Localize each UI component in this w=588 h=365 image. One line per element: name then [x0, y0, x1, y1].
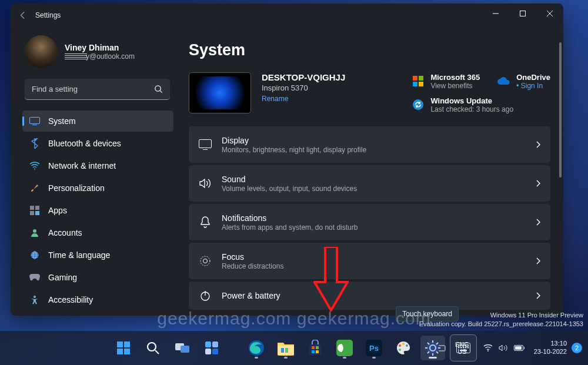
device-header: DESKTOP-VQIGHJJ Inspiron 5370 Rename Mic… [189, 72, 550, 113]
device-name: DESKTOP-VQIGHJJ [262, 72, 345, 82]
profile-block[interactable]: Viney Dhiman xxxxxxy@outlook.com [22, 35, 173, 68]
svg-point-62 [487, 350, 489, 351]
touch-keyboard-button[interactable] [450, 334, 477, 361]
svg-rect-59 [467, 347, 469, 349]
explorer-icon[interactable] [273, 336, 298, 360]
nav-label: Accessibility [48, 295, 93, 304]
profile-email: xxxxxxy@outlook.com [65, 52, 135, 61]
card-sub: Reduce distractions [222, 262, 527, 270]
card-notifications[interactable]: NotificationsAlerts from apps and system… [189, 204, 550, 240]
svg-rect-15 [419, 82, 423, 86]
svg-rect-51 [460, 344, 462, 346]
svg-point-18 [201, 256, 210, 266]
search-bar[interactable] [25, 79, 170, 100]
svg-point-45 [406, 344, 408, 347]
nav-item-time[interactable]: Time & language [22, 245, 173, 266]
nav-item-network[interactable]: Network & internet [22, 155, 173, 176]
edge-icon[interactable] [244, 336, 269, 360]
card-display[interactable]: DisplayMonitors, brightness, night light… [189, 126, 550, 163]
card-power[interactable]: Power & battery [189, 282, 550, 310]
svg-rect-60 [460, 350, 467, 351]
svg-rect-7 [35, 211, 39, 215]
svg-rect-21 [117, 341, 123, 347]
paint-icon[interactable] [391, 336, 416, 360]
rename-link[interactable]: Rename [262, 95, 345, 103]
nav-label: Personalization [48, 183, 105, 193]
nav-item-accessibility[interactable]: Accessibility [22, 289, 173, 310]
sound-icon [198, 176, 212, 190]
promo-label: Windows Update [430, 96, 513, 105]
nav-item-bluetooth[interactable]: Bluetooth & devices [22, 133, 173, 154]
svg-point-19 [203, 259, 208, 263]
svg-rect-54 [467, 344, 469, 346]
nav-label: Time & language [48, 250, 110, 260]
card-sound[interactable]: SoundVolume levels, output, input, sound… [189, 165, 550, 202]
search-button[interactable] [141, 336, 165, 360]
settings-taskbar-icon[interactable] [420, 336, 445, 360]
store-icon[interactable] [303, 336, 328, 360]
card-focus[interactable]: FocusReduce distractions [189, 243, 550, 279]
update-icon [412, 98, 425, 111]
scrollbar-thumb[interactable] [559, 42, 562, 178]
promo-sub: Last checked: 3 hours ago [430, 105, 513, 113]
card-title: Display [222, 136, 527, 145]
build-watermark: Windows 11 Pro Insider PreviewEvaluation… [419, 311, 583, 329]
page-title: System [189, 41, 550, 59]
person-icon [29, 227, 40, 238]
start-button[interactable] [111, 336, 136, 360]
svg-rect-35 [285, 348, 288, 353]
svg-point-44 [402, 343, 405, 345]
svg-rect-22 [124, 341, 130, 347]
svg-rect-28 [205, 341, 211, 347]
widgets-button[interactable] [199, 336, 224, 360]
svg-rect-52 [463, 344, 465, 346]
notification-count[interactable]: 2 [572, 343, 582, 353]
card-sub: Monitors, brightness, night light, displ… [222, 146, 527, 154]
promo-update[interactable]: Windows UpdateLast checked: 3 hours ago [412, 96, 550, 113]
svg-rect-13 [419, 76, 423, 81]
nav-list: System Bluetooth & devices Network & int… [22, 110, 173, 310]
chevron-right-icon [536, 292, 541, 299]
promo-onedrive[interactable]: OneDriveSign In [497, 72, 550, 90]
volume-tray-icon [499, 344, 508, 351]
settings-window: Settings Viney Dhiman xxxxxxy@outlook.co… [11, 4, 563, 316]
svg-point-43 [399, 344, 401, 347]
quick-settings[interactable] [479, 342, 529, 354]
promo-m365[interactable]: Microsoft 365View benefits [412, 72, 480, 90]
search-input[interactable] [32, 85, 154, 93]
task-view-button[interactable] [170, 336, 195, 360]
svg-rect-36 [312, 346, 315, 349]
onedrive-icon [497, 75, 510, 88]
svg-rect-58 [465, 347, 467, 349]
svg-rect-29 [212, 341, 218, 347]
camtasia-icon[interactable] [332, 336, 357, 360]
photoshop-icon[interactable]: Ps [362, 336, 386, 360]
svg-rect-65 [515, 346, 522, 350]
nav-item-personalization[interactable]: Personalization [22, 178, 173, 199]
svg-rect-34 [281, 348, 284, 353]
nav-item-apps[interactable]: Apps [22, 200, 173, 221]
svg-rect-55 [458, 347, 460, 349]
nav-item-system[interactable]: System [22, 110, 173, 132]
svg-rect-23 [117, 349, 123, 354]
promo-sub[interactable]: Sign In [516, 82, 550, 90]
chevron-right-icon [536, 257, 541, 264]
clock[interactable]: 13:1023-10-2022 [534, 340, 567, 356]
chevron-right-icon [536, 180, 541, 187]
nav-item-accounts[interactable]: Accounts [22, 222, 173, 243]
nav-item-gaming[interactable]: Gaming [22, 267, 173, 288]
svg-rect-14 [413, 82, 417, 86]
svg-point-1 [155, 86, 161, 91]
svg-point-8 [33, 229, 36, 233]
taskbar: Ps ENGUS 13:1023-10-2022 2 [0, 331, 588, 365]
m365-icon [412, 75, 425, 88]
search-icon [154, 85, 163, 93]
svg-point-16 [413, 99, 423, 110]
nav-label: System [48, 116, 76, 126]
svg-rect-4 [30, 206, 34, 210]
avatar [25, 35, 58, 68]
card-sub: Alerts from apps and system, do not dist… [222, 223, 527, 232]
back-button[interactable] [19, 11, 27, 19]
globe-icon [29, 250, 40, 260]
chevron-right-icon [536, 141, 541, 148]
